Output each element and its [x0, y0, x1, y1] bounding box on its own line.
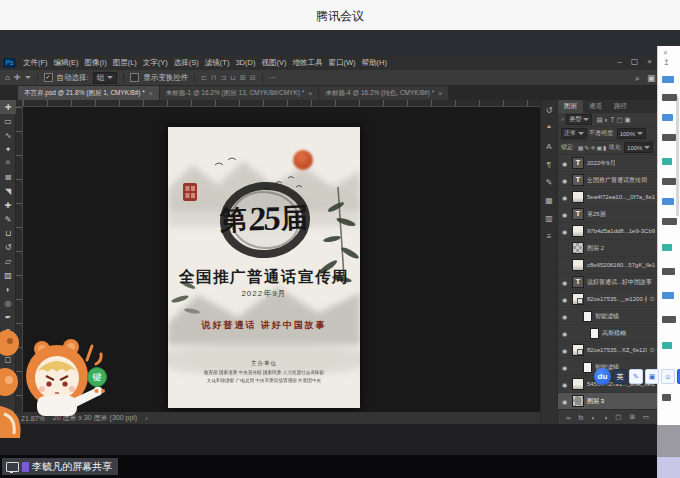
ime-toolbar[interactable]: du 英✎▣☺⊞ [594, 368, 680, 385]
layer-style-icon[interactable]: fx [579, 414, 584, 421]
menu-item-3[interactable]: 图层(L) [110, 58, 140, 68]
document-tab-2[interactable]: 未标题-4 @ 16.2% (纯色, CMYK/8#) *× [319, 86, 448, 100]
search-icon[interactable]: ⌕ [561, 116, 564, 123]
layer-row[interactable]: ◉82ce17535...XZ_fle1200⊙ [558, 342, 657, 359]
tab-close-icon[interactable]: × [438, 90, 442, 97]
menu-item-4[interactable]: 文字(Y) [140, 58, 171, 68]
brush-tool[interactable]: ✎ [0, 212, 16, 226]
document-tab-0[interactable]: 不言弃.psd @ 21.8% (图层 1, CMYK/8#) *× [18, 86, 159, 100]
layer-thumbnail[interactable]: T [572, 174, 584, 186]
workspace-icon[interactable]: ▣ [647, 73, 656, 84]
layer-visibility-toggle[interactable]: ◉ [560, 330, 569, 337]
gradient-tool[interactable]: ▨ [0, 268, 16, 282]
filter-type-layers-icon[interactable]: T [610, 116, 614, 124]
menu-item-2[interactable]: 图像(I) [82, 58, 110, 68]
fill-dropdown[interactable]: 100% [624, 142, 653, 153]
eyedropper-tool[interactable]: ◥ [0, 184, 16, 198]
layer-row[interactable]: ◉T说好普通话...好中国故事 [558, 274, 657, 291]
clone-stamp-tool[interactable]: ⊔ [0, 226, 16, 240]
character-panel-icon[interactable]: A [546, 142, 551, 151]
dodge-tool[interactable]: ◎ [0, 296, 16, 310]
layer-visibility-toggle[interactable]: ◉ [560, 364, 569, 371]
menu-item-1[interactable]: 编辑(E) [51, 58, 82, 68]
ime-mode-icon[interactable]: 英 [613, 369, 627, 384]
menu-item-5[interactable]: 选择(S) [171, 58, 202, 68]
close-icon[interactable]: × [647, 57, 652, 67]
layer-mask-icon[interactable]: ◐ [592, 414, 596, 421]
smart-filter-badge-icon[interactable]: ⊙ [650, 346, 655, 354]
tab-paths[interactable]: 路径 [608, 100, 633, 113]
tab-layers[interactable]: 图层 [558, 100, 583, 113]
menu-item-10[interactable]: 窗口(W) [325, 58, 358, 68]
eraser-tool[interactable]: ▱ [0, 254, 16, 268]
distribute-h-icon[interactable]: ⊞ [240, 74, 246, 82]
frame-tool[interactable]: ⊠ [0, 170, 16, 184]
tab-close-icon[interactable]: × [308, 90, 312, 97]
screen-share-chip[interactable]: 李毓凡的屏幕共享 [2, 458, 118, 475]
filter-pixel-layers-icon[interactable]: ▤ [596, 116, 602, 124]
layer-row[interactable]: ◉高斯模糊 [558, 325, 657, 342]
layer-visibility-toggle[interactable]: ◉ [560, 296, 569, 303]
auto-select-dropdown[interactable]: 组 [93, 72, 118, 84]
layer-row[interactable]: ◉97b4d5a1dd8...1e9-3Cb9W [558, 223, 657, 240]
properties-panel-icon[interactable]: ≡ [547, 232, 552, 241]
smart-filter-badge-icon[interactable]: ⊙ [650, 295, 655, 303]
layer-row[interactable]: ◉智能滤镜 [558, 308, 657, 325]
filter-layer-groups-icon[interactable]: ▢ [616, 116, 622, 124]
chat-share-icon[interactable]: ↥ [663, 58, 670, 67]
layer-thumbnail[interactable]: T [572, 157, 584, 169]
layer-row[interactable]: ◉T2022年9月 [558, 155, 657, 172]
menu-item-8[interactable]: 视图(V) [258, 58, 289, 68]
tab-close-icon[interactable]: × [149, 90, 153, 97]
brushes-panel-icon[interactable]: ✎ [546, 178, 553, 187]
layer-thumbnail[interactable] [572, 378, 584, 390]
opacity-dropdown[interactable]: 100% [617, 128, 646, 139]
align-bottom-icon[interactable]: ⊔ [230, 74, 235, 82]
ime-toolbox-icon[interactable]: ▣ [645, 369, 659, 384]
lock-position-icon[interactable]: ✛ [590, 144, 595, 151]
layer-thumbnail[interactable]: T [572, 276, 584, 288]
libraries-panel-icon[interactable]: ▥ [545, 214, 553, 223]
layer-thumbnail[interactable] [583, 311, 592, 322]
layer-visibility-toggle[interactable]: ◉ [560, 398, 569, 405]
layer-thumbnail[interactable] [572, 293, 584, 305]
chat-close-icon[interactable]: × [663, 48, 668, 57]
history-brush-tool[interactable]: ↺ [0, 240, 16, 254]
layer-thumbnail[interactable]: T [572, 208, 584, 220]
layer-thumbnail[interactable] [572, 259, 584, 271]
link-layers-icon[interactable]: ∞ [566, 414, 571, 421]
magic-wand-tool[interactable]: ✦ [0, 142, 16, 156]
menu-item-6[interactable]: 滤镜(T) [202, 58, 233, 68]
pen-tool[interactable]: ✒ [0, 310, 16, 324]
layer-row[interactable]: ◉图层 3 [558, 393, 657, 410]
layer-thumbnail[interactable] [572, 191, 584, 203]
more-options-icon[interactable]: ··· [269, 73, 277, 82]
show-transform-checkbox[interactable] [130, 73, 139, 82]
align-right-icon[interactable]: ⊐ [220, 74, 226, 82]
crop-tool[interactable]: ⌗ [0, 156, 16, 170]
align-center-icon[interactable]: ⊓ [211, 74, 216, 82]
lock-artboard-icon[interactable]: ▣ [596, 144, 602, 151]
layer-row[interactable]: c8e65206160...57gK_fle1200 [558, 257, 657, 274]
layer-row[interactable]: ◉T第25届 [558, 206, 657, 223]
layer-visibility-toggle[interactable]: ◉ [560, 177, 569, 184]
history-panel-icon[interactable]: ↺ [546, 106, 553, 115]
new-layer-icon[interactable]: ⊞ [629, 413, 634, 421]
document-tab-1[interactable]: 未标题-1 @ 16.2% (图层 13, CMYK/8#/CMYK) *× [160, 86, 319, 100]
layer-thumbnail[interactable] [572, 344, 584, 356]
minimize-icon[interactable]: – [617, 57, 621, 67]
layer-visibility-toggle[interactable]: ◉ [560, 381, 569, 388]
home-icon[interactable]: ⌂ [5, 73, 10, 82]
menu-item-9[interactable]: 增效工具 [289, 58, 325, 68]
layer-visibility-toggle[interactable]: ◉ [560, 228, 569, 235]
layer-thumbnail[interactable] [572, 225, 584, 237]
chevron-down-icon[interactable] [25, 76, 31, 79]
adjustment-layer-icon[interactable]: ◑ [603, 414, 607, 421]
restore-icon[interactable]: ▢ [631, 57, 639, 67]
layer-row[interactable]: ◉82ce17535..._w1200 拷贝⊙ [558, 291, 657, 308]
paragraph-panel-icon[interactable]: ¶ [547, 160, 551, 169]
ime-emoji-icon[interactable]: ☺ [661, 369, 675, 384]
auto-select-checkbox[interactable]: ✓ [44, 73, 53, 82]
rectangular-marquee-tool[interactable]: ▭ [0, 114, 16, 128]
layer-visibility-toggle[interactable]: ◉ [560, 313, 569, 320]
